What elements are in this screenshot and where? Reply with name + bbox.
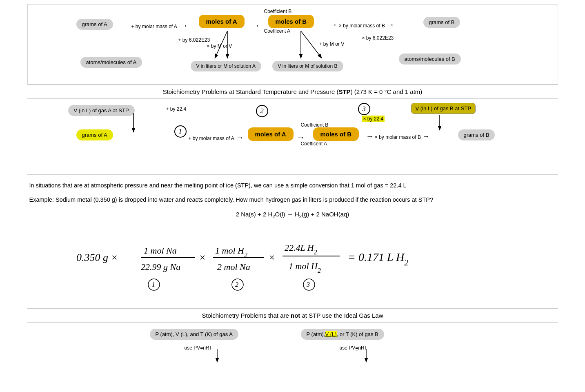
moles-b-stp-box: moles of B bbox=[313, 127, 359, 141]
top-flow-diagram: grams of A + by molar mass of A → moles … bbox=[68, 9, 517, 78]
bottom-flow-diagram: P (atm), V (L), and T (K) of gas A use P… bbox=[68, 327, 517, 368]
moles-a-box: moles of A bbox=[199, 15, 245, 28]
stp-flow-diagram: V (in L) of gas A at STP + by 22.4 2 3 ×… bbox=[68, 103, 517, 168]
arrows-from-moles-b bbox=[289, 31, 329, 64]
bottom-header: Stoichiometry Problems that are not at S… bbox=[27, 308, 558, 323]
svg-text:22.99 g Na: 22.99 g Na bbox=[141, 262, 180, 272]
svg-text:1 mol H2: 1 mol H2 bbox=[215, 245, 247, 258]
handwritten-calculation: 0.350 g × 1 mol Na 22.99 g Na × 1 mol H2… bbox=[29, 224, 556, 298]
svg-text:1 mol Na: 1 mol Na bbox=[144, 245, 177, 256]
grams-b-box: grams of B bbox=[423, 17, 460, 28]
calc-svg: 0.350 g × 1 mol Na 22.99 g Na × 1 mol H2… bbox=[68, 224, 517, 298]
svg-text:3: 3 bbox=[306, 281, 310, 288]
svg-text:1 mol H2: 1 mol H2 bbox=[289, 261, 321, 274]
atoms-a-box: atoms/molecules of A bbox=[80, 57, 142, 68]
molar-mass-a-label: + by molar mass of A → bbox=[131, 21, 188, 30]
stp-diagram-section: V (in L) of gas A at STP + by 22.4 2 3 ×… bbox=[27, 99, 558, 175]
circle-3-top: 3 bbox=[358, 103, 370, 115]
moles-a-stp-box: moles of A bbox=[248, 127, 294, 141]
svg-text:1: 1 bbox=[152, 281, 155, 288]
main-container: grams of A + by molar mass of A → moles … bbox=[23, 0, 562, 378]
svg-text:×: × bbox=[268, 252, 276, 263]
svg-text:22.4L H2: 22.4L H2 bbox=[285, 243, 317, 256]
coeff-b-label: Coefficient B bbox=[264, 9, 292, 14]
circle-1: 1 bbox=[174, 125, 187, 138]
v-solution-b-box: V in liters or M of solution B bbox=[272, 61, 343, 71]
molar-mass-b-label: → × by molar mass of B → bbox=[329, 20, 395, 29]
grams-a-stp-box: grams of A bbox=[76, 129, 113, 140]
svg-text:0.350 g ×: 0.350 g × bbox=[76, 252, 118, 263]
plus-22-4-label: + by 22.4 bbox=[166, 106, 187, 112]
moles-b-box: moles of B bbox=[268, 15, 314, 28]
v-gas-a-arrow bbox=[125, 113, 142, 134]
molar-mass-a-stp-label: + by molar mass of A → bbox=[189, 134, 244, 142]
avogadro-a-label: + by 6.022E23 bbox=[178, 37, 210, 43]
coeff-a-stp-label: Coefficent A bbox=[301, 141, 327, 147]
chemical-equation: 2 Na(s) + 2 H2O(l) → H2(g) + 2 NaOH(aq) bbox=[29, 209, 556, 220]
pvnrt-a-label: use PV=nRT bbox=[185, 345, 212, 351]
svg-text:×: × bbox=[199, 252, 206, 263]
v-gas-a-box: V (in L) of gas A at STP bbox=[68, 105, 135, 116]
v-gas-b-arrow bbox=[432, 115, 448, 131]
circle-2: 2 bbox=[256, 105, 268, 117]
grams-a-box: grams of A bbox=[76, 19, 113, 30]
gas-b-conditions-box: P (atm), V (L), or T (K) of gas B bbox=[301, 329, 384, 340]
gas-a-conditions-box: P (atm), V (L), and T (K) of gas A bbox=[150, 329, 238, 340]
text-content: In situations that are at atmospheric pr… bbox=[27, 175, 558, 308]
arrows-from-moles-a bbox=[211, 31, 244, 64]
coeff-a-label: Coefficent A bbox=[264, 28, 291, 34]
svg-line-3 bbox=[301, 31, 321, 58]
svg-text:=  0.171 L H2: = 0.171 L H2 bbox=[348, 251, 408, 267]
stp-header: Stoichiometry Problems at Standard Tempe… bbox=[27, 85, 558, 99]
bottom-diagram-section: P (atm), V (L), and T (K) of gas A use P… bbox=[27, 323, 558, 374]
svg-text:2 mol Na: 2 mol Na bbox=[217, 262, 250, 272]
middle-arrow: → bbox=[252, 21, 260, 30]
atoms-b-box: atoms/molecules of B bbox=[399, 53, 461, 65]
gas-a-down-arrow bbox=[213, 349, 221, 363]
molar-mass-b-stp-label: → × by molar mass of B → bbox=[366, 132, 430, 141]
times-22-4-label: × by 22.4 bbox=[362, 116, 385, 122]
svg-line-0 bbox=[215, 31, 227, 58]
avogadro-b-label: × by 6.022E23 bbox=[362, 35, 394, 41]
v-gas-b-box: V (in L) of gas B at STP bbox=[411, 105, 476, 111]
coeff-b-stp-label: Coefficient B bbox=[301, 122, 329, 128]
v-solution-a-box: V in liters or M of solution A bbox=[191, 61, 261, 71]
gas-b-down-arrow bbox=[362, 349, 370, 363]
grams-b-stp-box: grams of B bbox=[458, 129, 495, 140]
svg-text:2: 2 bbox=[235, 281, 238, 288]
top-diagram-section: grams of A + by molar mass of A → moles … bbox=[27, 4, 558, 85]
